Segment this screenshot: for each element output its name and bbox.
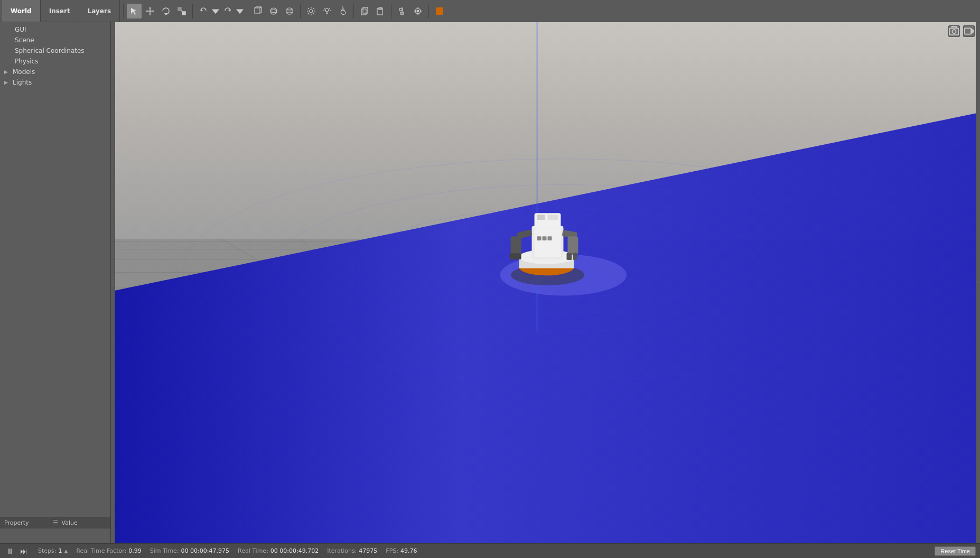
box-shape-button[interactable] bbox=[250, 4, 265, 18]
svg-rect-44 bbox=[363, 7, 368, 13]
playback-controls: ⏸ ⏭ bbox=[4, 545, 30, 557]
svg-line-31 bbox=[308, 8, 309, 9]
tab-group: World Insert Layers bbox=[2, 0, 120, 22]
property-col-property: Property bbox=[4, 519, 49, 526]
svg-rect-104 bbox=[548, 236, 552, 240]
svg-point-23 bbox=[287, 12, 292, 14]
rtf-label: Real Time Factor: bbox=[76, 547, 126, 554]
point-light-button[interactable] bbox=[320, 4, 334, 18]
toolbar: World Insert Layers bbox=[0, 0, 980, 22]
select-tool-button[interactable] bbox=[127, 4, 142, 18]
sidebar-item-models[interactable]: ▶ Models bbox=[0, 67, 110, 77]
iterations-value: 47975 bbox=[359, 547, 377, 554]
steps-label: Steps: bbox=[38, 547, 56, 554]
svg-rect-57 bbox=[436, 7, 443, 15]
main-area: GUI Scene Spherical Coordinates Physics … bbox=[0, 22, 980, 543]
svg-marker-109 bbox=[971, 29, 973, 34]
scale-tool-button[interactable] bbox=[174, 4, 189, 18]
step-button[interactable]: ⏭ bbox=[18, 545, 30, 557]
fps-value: 49.76 bbox=[400, 547, 417, 554]
divider-3 bbox=[247, 4, 247, 18]
cylinder-shape-button[interactable] bbox=[282, 4, 297, 18]
svg-point-26 bbox=[310, 10, 313, 13]
svg-point-20 bbox=[270, 8, 277, 14]
sidebar-item-lights[interactable]: ▶ Lights bbox=[0, 77, 110, 88]
record-button[interactable] bbox=[963, 25, 975, 37]
tab-layers[interactable]: Layers bbox=[79, 0, 120, 22]
svg-point-35 bbox=[325, 8, 329, 12]
redo-dropdown-button[interactable] bbox=[236, 4, 244, 18]
svg-rect-93 bbox=[537, 215, 545, 220]
svg-rect-14 bbox=[255, 8, 260, 13]
simtime-label: Sim Time: bbox=[150, 547, 179, 554]
copy-button[interactable] bbox=[357, 4, 372, 18]
iterations-label: Iterations: bbox=[327, 547, 357, 554]
tab-world[interactable]: World bbox=[2, 0, 41, 22]
paste-button[interactable] bbox=[373, 4, 388, 18]
sidebar-item-models-label: Models bbox=[13, 68, 35, 76]
statusbar: ⏸ ⏭ Steps: 1 ▲ Real Time Factor: 0.99 Si… bbox=[0, 543, 980, 558]
svg-point-22 bbox=[287, 8, 292, 10]
svg-point-21 bbox=[270, 10, 277, 12]
undo-dropdown-button[interactable] bbox=[212, 4, 219, 18]
property-header: Property Value bbox=[0, 517, 110, 528]
resize-dots: ⋮ bbox=[111, 281, 115, 285]
arrow-models: ▶ bbox=[4, 69, 11, 75]
svg-rect-103 bbox=[543, 236, 547, 240]
sidebar-item-scene[interactable]: Scene bbox=[0, 35, 110, 45]
snap-button[interactable] bbox=[410, 4, 425, 18]
align-button[interactable] bbox=[395, 4, 409, 18]
divider-7 bbox=[428, 4, 429, 18]
sidebar-item-physics-label: Physics bbox=[15, 58, 38, 65]
sidebar-item-spherical-coords[interactable]: Spherical Coordinates bbox=[0, 45, 110, 56]
svg-point-56 bbox=[417, 10, 419, 12]
sidebar-tree: GUI Scene Spherical Coordinates Physics … bbox=[0, 22, 110, 517]
reset-time-button[interactable]: Reset Time bbox=[935, 546, 976, 556]
redo-button[interactable] bbox=[220, 4, 235, 18]
svg-line-38 bbox=[324, 8, 325, 9]
viewport-left-resize-handle[interactable]: ⋮ bbox=[111, 22, 115, 543]
realtime-label: Real Time: bbox=[238, 547, 268, 554]
svg-marker-13 bbox=[236, 9, 244, 14]
right-edge-handle[interactable]: ⋮ bbox=[976, 22, 980, 543]
divider-5 bbox=[353, 4, 354, 18]
svg-rect-94 bbox=[548, 215, 558, 220]
steps-item: Steps: 1 ▲ bbox=[38, 547, 68, 554]
viewport[interactable]: ⋮ bbox=[115, 22, 980, 543]
svg-line-34 bbox=[308, 13, 309, 14]
divider-4 bbox=[300, 4, 301, 18]
svg-rect-101 bbox=[573, 253, 577, 260]
rtf-value: 0.99 bbox=[128, 547, 142, 554]
svg-line-33 bbox=[313, 8, 314, 9]
simtime-item: Sim Time: 00 00:00:47.975 bbox=[150, 547, 229, 554]
sidebar-item-gui[interactable]: GUI bbox=[0, 24, 110, 35]
svg-rect-7 bbox=[178, 7, 181, 11]
realtime-value: 00 00:00:49.702 bbox=[270, 547, 319, 554]
sun-light-button[interactable] bbox=[304, 4, 319, 18]
col-resize-handle[interactable] bbox=[53, 519, 58, 526]
svg-rect-105 bbox=[949, 28, 958, 35]
property-col-value: Value bbox=[62, 519, 107, 526]
spot-light-button[interactable] bbox=[335, 4, 350, 18]
rotate-tool-button[interactable] bbox=[158, 4, 173, 18]
pause-button[interactable]: ⏸ bbox=[4, 545, 16, 557]
screenshot-button[interactable] bbox=[948, 25, 960, 37]
steps-up-icon[interactable]: ▲ bbox=[64, 548, 68, 554]
sidebar-item-gui-label: GUI bbox=[15, 26, 26, 33]
tab-insert[interactable]: Insert bbox=[41, 0, 79, 22]
sphere-shape-button[interactable] bbox=[266, 4, 281, 18]
svg-line-39 bbox=[329, 8, 330, 9]
sidebar: GUI Scene Spherical Coordinates Physics … bbox=[0, 22, 111, 543]
sidebar-item-physics[interactable]: Physics bbox=[0, 56, 110, 67]
svg-line-9 bbox=[181, 11, 182, 12]
divider-2 bbox=[192, 4, 193, 18]
arrow-lights: ▶ bbox=[4, 80, 11, 85]
steps-value: 1 bbox=[58, 547, 62, 554]
right-handle-icon: ⋮ bbox=[976, 281, 980, 285]
undo-button[interactable] bbox=[196, 4, 211, 18]
highlight-button[interactable] bbox=[432, 4, 447, 18]
translate-tool-button[interactable] bbox=[143, 4, 157, 18]
fps-label: FPS: bbox=[386, 547, 398, 554]
property-panel: Property Value bbox=[0, 517, 110, 543]
svg-line-32 bbox=[313, 13, 314, 14]
